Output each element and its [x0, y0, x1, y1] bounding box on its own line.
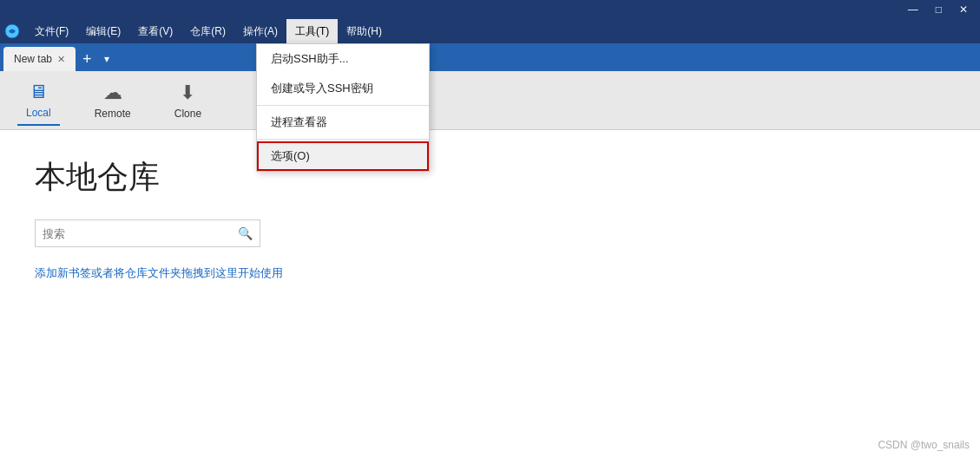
- tab-label: New tab: [14, 53, 52, 65]
- tab-add-button[interactable]: +: [76, 47, 99, 71]
- watermark: CSDN @two_snails: [878, 439, 970, 451]
- dropdown-options[interactable]: 选项(O): [257, 141, 429, 171]
- tab-bar: New tab ✕ + ▾: [0, 43, 980, 71]
- tab-close-button[interactable]: ✕: [57, 54, 65, 65]
- tab-new[interactable]: New tab ✕: [3, 47, 76, 71]
- toolbar-clone[interactable]: ⬇ Clone: [166, 76, 210, 125]
- menu-bar: 文件(F) 编辑(E) 查看(V) 仓库(R) 操作(A) 工具(T) 帮助(H…: [0, 19, 980, 43]
- add-repo-link[interactable]: 添加新书签或者将仓库文件夹拖拽到这里开始使用: [35, 266, 283, 279]
- title-bar: — □ ✕: [0, 0, 980, 19]
- toolbar-local-label: Local: [26, 107, 51, 119]
- clone-icon: ⬇: [180, 82, 195, 104]
- content-wrapper: 本地仓库 🔍 添加新书签或者将仓库文件夹拖拽到这里开始使用: [0, 130, 980, 458]
- tools-dropdown-menu: 启动SSH助手... 创建或导入SSH密钥 进程查看器 选项(O): [256, 43, 430, 172]
- app-logo: [3, 23, 21, 40]
- dropdown-process-viewer[interactable]: 进程查看器: [257, 108, 429, 137]
- menu-action[interactable]: 操作(A): [234, 19, 286, 43]
- search-input[interactable]: [43, 227, 238, 240]
- dropdown-separator-2: [257, 139, 429, 140]
- toolbar-clone-label: Clone: [174, 108, 201, 120]
- search-icon: 🔍: [238, 226, 253, 240]
- close-button[interactable]: ✕: [954, 2, 973, 17]
- toolbar-remote[interactable]: ☁ Remote: [86, 76, 140, 125]
- toolbar-remote-label: Remote: [95, 108, 131, 120]
- menu-repo[interactable]: 仓库(R): [181, 19, 234, 43]
- maximize-button[interactable]: □: [931, 2, 947, 17]
- dropdown-ssh-helper[interactable]: 启动SSH助手...: [257, 44, 429, 74]
- remote-icon: ☁: [103, 82, 122, 104]
- toolbar: 🖥 Local ☁ Remote ⬇ Clone: [0, 71, 980, 130]
- search-box: 🔍: [35, 219, 260, 247]
- tab-dropdown-button[interactable]: ▾: [99, 47, 115, 71]
- dropdown-ssh-key[interactable]: 创建或导入SSH密钥: [257, 74, 429, 103]
- menu-edit[interactable]: 编辑(E): [77, 19, 129, 43]
- local-icon: 🖥: [29, 81, 48, 103]
- toolbar-local[interactable]: 🖥 Local: [17, 75, 60, 126]
- page-title: 本地仓库: [35, 156, 945, 199]
- main-content: 本地仓库 🔍 添加新书签或者将仓库文件夹拖拽到这里开始使用: [0, 130, 980, 458]
- menu-help[interactable]: 帮助(H): [338, 19, 391, 43]
- menu-tools[interactable]: 工具(T): [286, 19, 338, 43]
- minimize-button[interactable]: —: [903, 2, 924, 17]
- menu-view[interactable]: 查看(V): [129, 19, 181, 43]
- menu-file[interactable]: 文件(F): [26, 19, 77, 43]
- dropdown-separator: [257, 105, 429, 106]
- window-controls: — □ ✕: [903, 2, 973, 17]
